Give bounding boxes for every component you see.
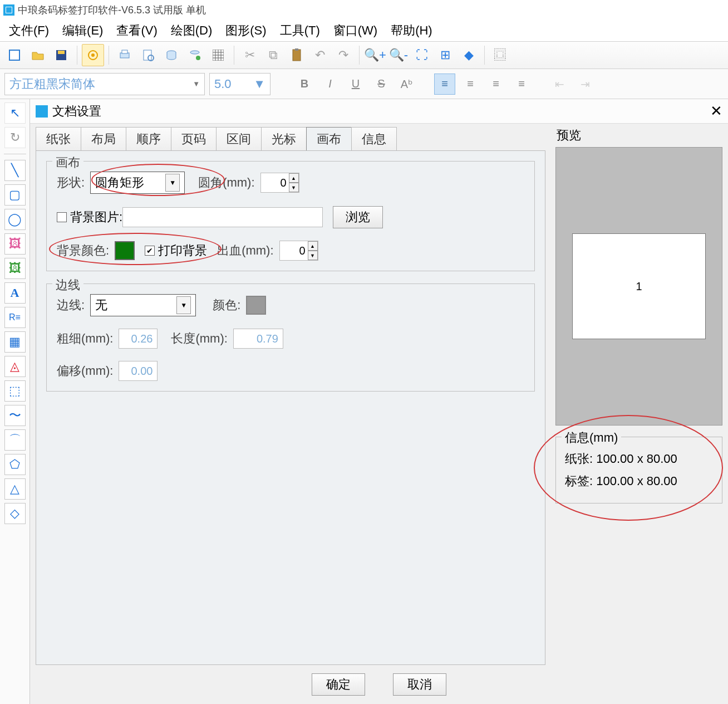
outdent-icon[interactable]: ⇥: [574, 74, 596, 95]
corner-spin[interactable]: ▲▼: [260, 173, 299, 193]
save-icon[interactable]: [50, 44, 72, 66]
bgimg-path-input[interactable]: [122, 207, 323, 227]
align-right-icon[interactable]: ≡: [485, 74, 506, 95]
app-icon: [3, 4, 14, 16]
info-label-value: 100.00 x 80.00: [596, 474, 677, 488]
print-preview-icon[interactable]: [137, 44, 159, 66]
bold-icon[interactable]: B: [294, 74, 315, 95]
cancel-button[interactable]: 取消: [393, 673, 446, 696]
database-link-icon[interactable]: [184, 44, 206, 66]
new-icon[interactable]: [3, 44, 26, 66]
fullscreen-icon[interactable]: ◆: [458, 44, 480, 66]
align-left-icon[interactable]: ≡: [434, 74, 455, 95]
menu-view[interactable]: 查看(V): [113, 21, 160, 40]
bleed-spin[interactable]: ▲▼: [279, 241, 318, 261]
strike-icon[interactable]: S: [371, 74, 392, 95]
barcode-tool-icon[interactable]: ▦: [4, 331, 26, 353]
bgcolor-label: 背景颜色:: [57, 242, 109, 259]
tab-layout[interactable]: 布局: [81, 127, 126, 150]
tab-canvas-page: 画布 形状: 圆角矩形 ▼ 圆角(mm):: [36, 150, 545, 665]
border-len-input[interactable]: [233, 329, 283, 349]
group-icon[interactable]: ⿴: [489, 44, 511, 66]
zoom-100-icon[interactable]: ⊞: [434, 44, 456, 66]
triangle-tool-icon[interactable]: △: [4, 478, 26, 500]
settings-icon[interactable]: [82, 44, 104, 66]
line-tool-icon[interactable]: ╲: [4, 160, 26, 181]
paste-icon[interactable]: [286, 44, 308, 66]
tab-info[interactable]: 信息: [351, 127, 397, 150]
printbg-checkbox[interactable]: ✔ 打印背景: [145, 242, 207, 259]
spin-down-icon[interactable]: ▼: [308, 251, 318, 260]
underline-icon[interactable]: U: [345, 74, 366, 95]
zoom-in-icon[interactable]: 🔍+: [364, 44, 386, 66]
arc-tool-icon[interactable]: ⌒: [4, 429, 26, 451]
menu-help[interactable]: 帮助(H): [387, 21, 436, 40]
border-value: 无: [95, 297, 107, 314]
browse-button[interactable]: 浏览: [333, 206, 383, 228]
rotate-tool-icon[interactable]: ↻: [4, 127, 26, 148]
align-center-icon[interactable]: ≡: [460, 74, 481, 95]
dialog-tabs: 纸张 布局 顺序 页码 区间 光标 画布 信息: [36, 127, 545, 150]
preview-title: 预览: [557, 127, 722, 144]
superscript-icon[interactable]: Aᵇ: [396, 74, 417, 95]
bgimg-checkbox[interactable]: 背景图片:: [57, 209, 122, 226]
border-offset-input[interactable]: [119, 361, 158, 381]
corner-label: 圆角(mm):: [198, 174, 254, 191]
align-justify-icon[interactable]: ≡: [511, 74, 532, 95]
curve-tool-icon[interactable]: 〜: [4, 405, 26, 426]
font-size-combo[interactable]: 5.0 ▼: [209, 73, 270, 95]
close-icon[interactable]: ✕: [710, 102, 722, 120]
dialog-titlebar: 文档设置 ✕: [30, 99, 728, 124]
tab-canvas[interactable]: 画布: [306, 127, 352, 150]
stamp-tool-icon[interactable]: ◬: [4, 356, 26, 377]
chevron-down-icon: ▼: [176, 296, 191, 314]
zoom-fit-icon[interactable]: ⛶: [411, 44, 433, 66]
shape-combo[interactable]: 圆角矩形 ▼: [90, 172, 185, 194]
menu-file[interactable]: 文件(F): [6, 21, 52, 40]
menu-tool[interactable]: 工具(T): [277, 21, 323, 40]
italic-icon[interactable]: I: [319, 74, 341, 95]
spin-up-icon[interactable]: ▲: [289, 173, 299, 183]
spin-up-icon[interactable]: ▲: [308, 241, 318, 251]
spin-down-icon[interactable]: ▼: [289, 183, 299, 192]
diamond-tool-icon[interactable]: ◇: [4, 503, 26, 524]
tab-paper[interactable]: 纸张: [36, 127, 81, 150]
text-tool-icon[interactable]: A: [4, 282, 26, 304]
qr-tool-icon[interactable]: ⬚: [4, 380, 26, 402]
copy-icon[interactable]: ⧉: [262, 44, 284, 66]
database-icon[interactable]: [160, 44, 183, 66]
border-color-swatch[interactable]: [246, 296, 266, 315]
border-group: 边线 边线: 无 ▼ 颜色:: [46, 283, 535, 392]
border-color-label: 颜色:: [213, 297, 240, 314]
menu-graphic[interactable]: 图形(S): [222, 21, 269, 40]
border-width-input[interactable]: [119, 329, 158, 349]
ok-button[interactable]: 确定: [312, 673, 365, 696]
toolbar-separator: [234, 46, 234, 65]
tab-order[interactable]: 顺序: [126, 127, 171, 150]
roundrect-tool-icon[interactable]: ▢: [4, 184, 26, 206]
border-width-label: 粗细(mm):: [57, 330, 113, 347]
tab-pagenum[interactable]: 页码: [171, 127, 217, 150]
bgcolor-swatch[interactable]: [115, 241, 135, 260]
ellipse-tool-icon[interactable]: ◯: [4, 209, 26, 230]
richtext-tool-icon[interactable]: R≡: [4, 307, 26, 328]
open-icon[interactable]: [27, 44, 49, 66]
print-icon[interactable]: [114, 44, 136, 66]
indent-icon[interactable]: ⇤: [549, 74, 570, 95]
font-name-combo[interactable]: 方正粗黑宋简体 ▼: [4, 73, 205, 95]
grid-icon[interactable]: [207, 44, 229, 66]
zoom-out-icon[interactable]: 🔍-: [387, 44, 410, 66]
image-tool-icon[interactable]: 🖼: [4, 233, 26, 255]
menu-window[interactable]: 窗口(W): [330, 21, 381, 40]
tab-range[interactable]: 区间: [216, 127, 262, 150]
tab-cursor[interactable]: 光标: [261, 127, 307, 150]
pointer-tool-icon[interactable]: ↖: [4, 102, 26, 124]
menu-edit[interactable]: 编辑(E): [59, 21, 106, 40]
border-combo[interactable]: 无 ▼: [90, 294, 196, 316]
undo-icon[interactable]: ↶: [309, 44, 331, 66]
picture-tool-icon[interactable]: 🖼: [4, 258, 26, 279]
cut-icon[interactable]: ✂: [239, 44, 261, 66]
redo-icon[interactable]: ↷: [332, 44, 355, 66]
menu-draw[interactable]: 绘图(D): [168, 21, 216, 40]
polygon-tool-icon[interactable]: ⬠: [4, 454, 26, 475]
